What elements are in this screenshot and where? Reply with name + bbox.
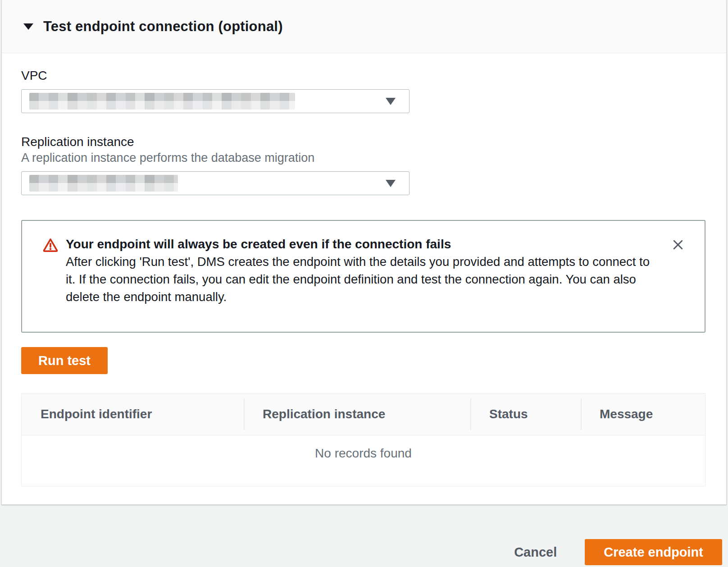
replication-instance-select[interactable] [21, 171, 410, 195]
table-body: No records found [22, 435, 705, 486]
warning-triangle-icon [42, 237, 59, 253]
form-actions-footer: Cancel Create endpoint [0, 505, 728, 567]
section-body: VPC Replication instance A replication i… [2, 53, 726, 504]
chevron-down-icon [386, 180, 396, 187]
column-header-message: Message [581, 393, 705, 435]
section-title: Test endpoint connection (optional) [43, 18, 283, 35]
run-test-button[interactable]: Run test [21, 347, 108, 374]
chevron-down-icon [386, 98, 396, 105]
warning-body: After clicking 'Run test', DMS creates t… [66, 253, 651, 306]
warning-text: Your endpoint will always be created eve… [66, 235, 651, 306]
replication-instance-selected-value-redacted [29, 175, 178, 192]
cancel-button[interactable]: Cancel [514, 545, 557, 560]
column-header-status: Status [470, 393, 581, 435]
page: Test endpoint connection (optional) VPC … [0, 0, 728, 567]
table-header-row: Endpoint identifier Replication instance… [22, 393, 705, 435]
test-results-table: Endpoint identifier Replication instance… [21, 393, 705, 486]
test-endpoint-section: Test endpoint connection (optional) VPC … [1, 0, 727, 505]
close-icon[interactable] [669, 236, 687, 253]
replication-instance-field: Replication instance A replication insta… [21, 135, 705, 195]
column-header-replication-instance: Replication instance [244, 393, 470, 435]
vpc-label: VPC [21, 69, 705, 83]
replication-instance-label: Replication instance [21, 135, 705, 149]
warning-alert: Your endpoint will always be created eve… [21, 220, 705, 333]
replication-instance-description: A replication instance performs the data… [21, 151, 705, 165]
vpc-selected-value-redacted [29, 93, 295, 110]
vpc-select[interactable] [21, 89, 410, 113]
collapse-triangle-icon [23, 23, 33, 30]
column-header-endpoint-identifier: Endpoint identifier [22, 393, 244, 435]
empty-state-message: No records found [315, 446, 412, 461]
section-header-toggle[interactable]: Test endpoint connection (optional) [2, 0, 726, 53]
create-endpoint-button[interactable]: Create endpoint [585, 539, 722, 565]
vpc-field: VPC [21, 69, 705, 113]
warning-title: Your endpoint will always be created eve… [66, 235, 651, 253]
